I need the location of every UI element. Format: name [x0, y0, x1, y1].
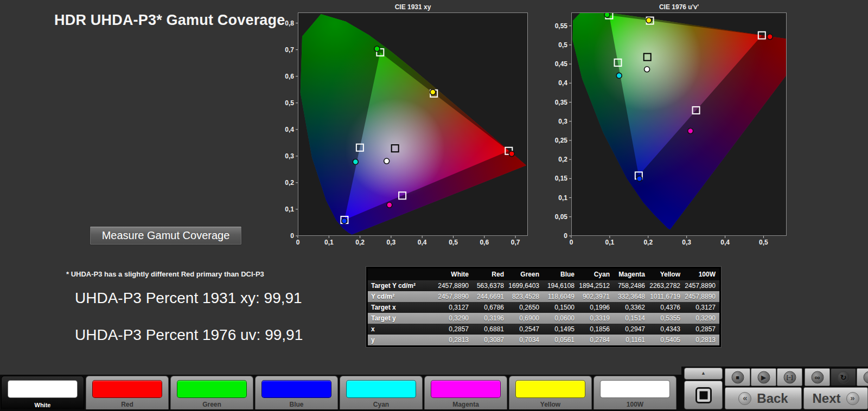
swatch-label: Yellow	[509, 401, 591, 408]
table-value-cell: 0,2947	[614, 324, 649, 335]
pattern-swatch-yellow[interactable]: Yellow	[509, 376, 592, 409]
table-value-cell: 332,3648	[614, 291, 649, 302]
table-value-cell: 0,4343	[649, 324, 684, 335]
blank-icon	[863, 371, 868, 383]
y-tick-label: 0,15	[555, 175, 568, 182]
table-value-cell: 0,2813	[437, 335, 473, 345]
y-tick-label: 0,2	[285, 179, 294, 187]
cie-1976-chart-panel: CIE 1976 u'v' 00,10,20,30,40,500,050,10,…	[536, 3, 791, 247]
yellow-measured-point	[646, 17, 652, 23]
swatch-color-block	[261, 380, 331, 398]
x-tick-label: 0,5	[759, 239, 768, 246]
column-header-white: White	[437, 268, 473, 280]
table-value-cell: 244,6691	[473, 291, 508, 302]
x-tick-label: 0,3	[387, 239, 396, 246]
y-tick-label: 0,4	[558, 79, 567, 87]
x-tick-label: 0,4	[418, 239, 427, 246]
table-value-cell: 0,1500	[543, 302, 578, 313]
y-tick-label: 0,1	[285, 206, 294, 213]
y-tick-label: 0,05	[555, 213, 568, 221]
cyan-measured-point	[353, 159, 358, 164]
table-value-cell: 0,2857	[437, 324, 473, 335]
column-header-red: Red	[473, 268, 508, 280]
table-value-cell: 758,2486	[614, 280, 649, 291]
table-value-cell: 118,6049	[543, 291, 578, 302]
table-value-cell: 0,7034	[508, 335, 543, 345]
y-tick-label: 0,5	[285, 99, 294, 107]
y-tick-label: 0,25	[555, 137, 568, 144]
white-measured-point	[384, 158, 390, 164]
table-value-cell: 0,1996	[578, 302, 614, 313]
swatch-label: Magenta	[425, 401, 507, 408]
row-label: Y cd/m²	[368, 291, 437, 302]
play-button[interactable]: ▶	[751, 368, 776, 386]
table-value-cell: 0,2547	[508, 324, 543, 335]
swatch-color-block	[177, 380, 247, 398]
blank-button[interactable]	[857, 368, 868, 386]
refresh-icon: ↻	[837, 371, 850, 383]
measurement-table: WhiteRedGreenBlueCyanMagentaYellow100WTa…	[366, 266, 722, 348]
page-title: HDR UHDA-P3* Gamut Coverage	[54, 12, 285, 29]
table-value-cell: 2457,8890	[684, 280, 719, 291]
uhda-p3-footnote: * UHDA-P3 has a slightly different Red p…	[66, 270, 264, 278]
swatch-color-block	[346, 380, 416, 398]
refresh-button[interactable]: ↻	[831, 368, 856, 386]
x-tick-label: 0,4	[720, 239, 730, 246]
column-header-blue: Blue	[543, 268, 578, 280]
column-header-100w: 100W	[684, 268, 719, 280]
continuous-measure-button[interactable]: ∞	[805, 368, 830, 386]
pattern-window-controls: ▲	[684, 368, 723, 410]
next-button[interactable]: Next »	[803, 387, 868, 409]
single-measure-button[interactable]: [−]	[777, 368, 802, 386]
y-tick-label: 0,8	[285, 20, 294, 27]
back-button[interactable]: « Back	[725, 387, 802, 409]
green-measured-point	[604, 12, 610, 17]
table-value-cell: 1011,6719	[649, 291, 684, 302]
cyan-measured-point	[616, 73, 622, 78]
table-value-cell: 0,1856	[578, 324, 614, 335]
y-tick-label: 0,3	[558, 118, 567, 125]
swatch-label: White	[2, 402, 84, 408]
row-label: x	[368, 324, 437, 335]
pattern-swatch-green[interactable]: Green	[170, 376, 253, 409]
column-header-yellow: Yellow	[649, 268, 684, 280]
pattern-swatch-white[interactable]: White	[1, 376, 84, 409]
pattern-swatch-blue[interactable]: Blue	[255, 376, 338, 409]
table-value-cell: 0,2650	[508, 302, 543, 313]
measure-gamut-coverage-button[interactable]: Measure Gamut Coverage	[90, 226, 242, 245]
cie-1931-chart-panel: CIE 1931 xy 00,10,20,30,40,50,60,700,10,…	[273, 3, 533, 247]
chevron-left-icon: «	[738, 392, 751, 405]
pattern-swatch-cyan[interactable]: Cyan	[340, 376, 423, 409]
table-value-cell: 0,3290	[437, 313, 473, 324]
table-value-cell: 0,6881	[473, 324, 508, 335]
pattern-window-button[interactable]	[684, 381, 723, 409]
magenta-measured-point	[688, 129, 693, 134]
stop-icon: ■	[731, 371, 744, 383]
table-value-cell: 2457,8890	[437, 291, 473, 302]
y-tick-label: 0,5	[558, 41, 567, 49]
table-value-cell: 0,3127	[437, 302, 473, 313]
x-tick-label: 0	[296, 239, 300, 246]
x-tick-label: 0,2	[355, 239, 365, 246]
percent-1976-readout: UHDA-P3 Percent 1976 uv: 99,91	[75, 326, 303, 344]
y-tick-label: 0,6	[285, 73, 294, 80]
pattern-swatch-red[interactable]: Red	[86, 376, 169, 409]
table-value-cell: 0,2784	[578, 335, 614, 345]
swatch-color-block	[8, 380, 78, 398]
y-tick-label: 0	[564, 232, 567, 240]
table-value-cell: 0,5355	[649, 313, 684, 324]
pattern-swatch-strip: WhiteRedGreenBlueCyanMagentaYellow100W	[1, 376, 676, 409]
table-value-cell: 0,2857	[684, 324, 719, 335]
table-value-cell: 0,3087	[473, 335, 508, 345]
stop-button[interactable]: ■	[725, 368, 750, 386]
y-tick-label: 0,35	[555, 99, 568, 106]
table-value-cell: 0,1495	[543, 324, 578, 335]
y-tick-label: 0,55	[555, 22, 568, 30]
y-tick-label: 0,4	[285, 126, 294, 133]
y-tick-label: 0,1	[558, 194, 567, 202]
pattern-swatch-100w[interactable]: 100W	[593, 376, 676, 409]
continuous-measure-icon: ∞	[811, 371, 824, 383]
pattern-swatch-magenta[interactable]: Magenta	[424, 376, 507, 409]
yellow-measured-point	[430, 89, 436, 95]
collapse-panel-button[interactable]: ▲	[684, 368, 723, 380]
